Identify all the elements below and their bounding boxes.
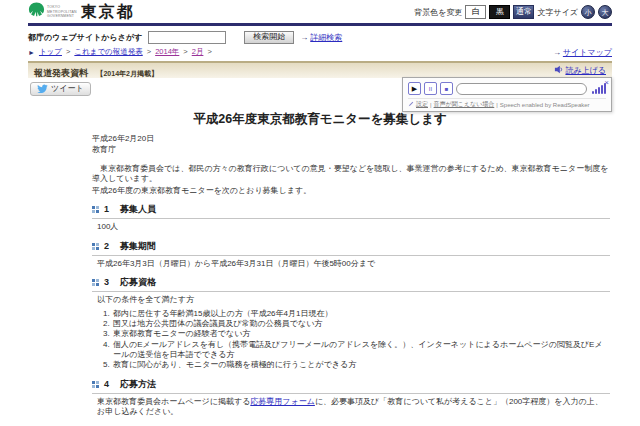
site-search-bar: 都庁のウェブサイトからさがす 検索開始 → 詳細検索 (28, 30, 612, 44)
player-play-button[interactable]: ▶ (408, 82, 421, 95)
section-lead: 以下の条件を全て満たす方 (97, 295, 610, 306)
section-eligibility: 3 応募資格 以下の条件を全て満たす方 都内に居住する年齢満15歳以上の方（平成… (92, 277, 610, 371)
accessibility-controls: 背景色を変更 白 黒 通常 文字サイズ 小 大 (414, 5, 612, 19)
list-item: 教育に関心があり、モニターの職務を積極的に行うことができる方 (112, 360, 610, 370)
font-small-button[interactable]: 小 (581, 5, 595, 19)
breadcrumb: ► トップ これまでの報道発表 2014年 2月 (28, 47, 212, 57)
player-pause-button[interactable]: II (424, 82, 437, 95)
breadcrumb-link-year[interactable]: 2014年 (155, 47, 179, 56)
bg-change-label: 背景色を変更 (414, 7, 462, 18)
section-heading: 1 募集人員 (92, 204, 610, 219)
font-large-button[interactable]: 大 (598, 5, 612, 19)
bg-normal-button[interactable]: 通常 (513, 5, 534, 19)
section-bullet-icon (92, 279, 100, 287)
release-department: 教育庁 (92, 145, 610, 156)
player-stop-button[interactable]: ■ (440, 82, 453, 95)
section-how-to-apply: 4 応募方法 東京都教育委員会ホームページに掲載する応募専用フォームに、必要事項… (92, 379, 610, 418)
site-header: TOKYO METROPOLITAN GOVERNMENT 東京都 背景色を変更… (28, 0, 612, 22)
list-item: 都内に居住する年齢満15歳以上の方（平成26年4月1日現在） (112, 309, 610, 319)
arrow-icon: → (553, 48, 561, 57)
search-input[interactable] (148, 31, 226, 44)
section-bullet-icon (92, 243, 100, 251)
player-settings-link[interactable]: 設定 (416, 100, 428, 109)
section-body: 東京都教育委員会ホームページに掲載する応募専用フォームに、必要事項及び「教育につ… (97, 397, 610, 418)
section-recruit-period: 2 募集期間 平成26年3月3日（月曜日）から平成26年3月31日（月曜日）午後… (92, 241, 610, 269)
advanced-search-link[interactable]: 詳細検索 (310, 32, 342, 43)
breadcrumb-marker-icon: ► (28, 49, 35, 56)
breadcrumb-link-press-archive[interactable]: これまでの報道発表 (74, 47, 142, 56)
player-progress-bar[interactable] (456, 83, 587, 95)
sitemap-link[interactable]: サイトマップ (563, 47, 612, 58)
main-content: × ▶ II ■ 設定 | 音声が聞こえない場合 | Speech enable… (28, 78, 612, 426)
section-body: 100人 (97, 222, 610, 233)
tweet-button[interactable]: ツイート (30, 82, 91, 96)
search-start-button[interactable]: 検索開始 (244, 31, 294, 44)
breadcrumb-row: ► トップ これまでの報道発表 2014年 2月 → サイトマップ (28, 47, 612, 57)
article-body: 平成26年2月20日 教育庁 東京都教育委員会では、都民の方々の教育行政について… (92, 134, 610, 426)
site-title: 東京都 (81, 2, 135, 23)
list-item: 東京都教育モニターの経験者でない方 (112, 329, 610, 339)
twitter-bird-icon (37, 84, 48, 95)
eligibility-list: 都内に居住する年齢満15歳以上の方（平成26年4月1日現在） 国又は地方公共団体… (92, 309, 610, 371)
page-container: TOKYO METROPOLITAN GOVERNMENT 東京都 背景色を変更… (28, 0, 612, 426)
header-divider (28, 23, 612, 26)
player-help-link[interactable]: 音声が聞こえない場合 (434, 100, 495, 109)
tokyo-ginkgo-leaf-icon (28, 2, 45, 22)
breadcrumb-link-month[interactable]: 2月 (192, 47, 204, 56)
readspeaker-player: × ▶ II ■ 設定 | 音声が聞こえない場合 | Speech enable… (402, 77, 612, 112)
bg-black-button[interactable]: 黒 (489, 5, 510, 19)
tokyo-logo-link[interactable]: TOKYO METROPOLITAN GOVERNMENT 東京都 (28, 2, 135, 23)
press-release-title-group: 報道発表資料 【2014年2月掲載】 (34, 62, 158, 80)
press-release-label: 報道発表資料 (34, 68, 88, 78)
section-heading: 2 募集期間 (92, 241, 610, 256)
section-heading: 4 応募方法 (92, 379, 610, 394)
arrow-icon: → (300, 33, 308, 42)
player-footer: 設定 | 音声が聞こえない場合 | Speech enabled by Read… (408, 98, 606, 109)
readspeaker-credit: Speech enabled by ReadSpeaker (500, 102, 590, 108)
player-close-button[interactable]: × (604, 79, 609, 87)
section-recruit-count: 1 募集人員 100人 (92, 204, 610, 232)
application-form-link[interactable]: 応募専用フォーム (250, 397, 315, 406)
font-size-label: 文字サイズ (537, 7, 578, 18)
intro-line-1: 東京都教育委員会では、都民の方々の教育行政についての意見・要望などを聴取し、事業… (92, 164, 610, 185)
release-date: 平成26年2月20日 (92, 134, 610, 145)
page-title: 平成26年度東京都教育モニターを募集します (30, 111, 610, 128)
section-body: 平成26年3月3日（月曜日）から平成26年3月31日（月曜日）午後5時00分まで (97, 259, 610, 270)
list-item: 個人のEメールアドレスを有し（携帯電話及びフリーメールのアドレスを除く。）、イン… (112, 340, 610, 361)
section-heading: 3 応募資格 (92, 277, 610, 292)
intro-line-2: 平成26年度の東京都教育モニターを次のとおり募集します。 (92, 186, 610, 197)
search-label: 都庁のウェブサイトからさがす (28, 32, 142, 43)
agency-name-small: TOKYO METROPOLITAN GOVERNMENT (47, 5, 77, 18)
pencil-icon (408, 101, 414, 108)
press-release-date-note: 【2014年2月掲載】 (96, 70, 157, 77)
speaker-icon (554, 65, 563, 76)
breadcrumb-link-top[interactable]: トップ (39, 47, 62, 56)
intro-paragraphs: 東京都教育委員会では、都民の方々の教育行政についての意見・要望などを聴取し、事業… (92, 164, 610, 197)
read-aloud-link[interactable]: 読み上げる (554, 65, 606, 76)
section-bullet-icon (92, 206, 100, 214)
bg-white-button[interactable]: 白 (465, 5, 486, 19)
section-bullet-icon (92, 381, 100, 389)
press-release-bar: 報道発表資料 【2014年2月掲載】 読み上げる (28, 61, 612, 78)
list-item: 国又は地方公共団体の議会議員及び常勤の公務員でない方 (112, 319, 610, 329)
